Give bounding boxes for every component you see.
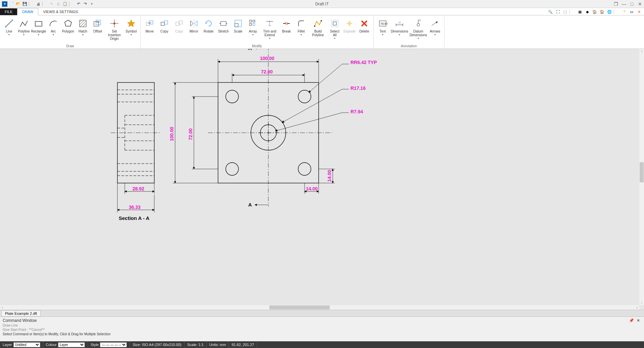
move-button[interactable]: Move xyxy=(143,17,157,35)
print-icon[interactable]: 🖨 xyxy=(36,1,41,7)
svg-point-43 xyxy=(321,20,322,21)
paste-qat-icon[interactable]: 📋 xyxy=(62,1,68,7)
copy-qat-icon[interactable]: ⎘ xyxy=(56,1,61,7)
close-panel-icon[interactable]: ✕ xyxy=(637,318,640,323)
maximize-icon[interactable]: □ xyxy=(629,1,635,7)
status-size: Size: ISO A4 (297.00x210.00) xyxy=(130,341,184,348)
scroll-right-icon[interactable]: › xyxy=(635,305,639,309)
globe-icon[interactable]: 🌐 xyxy=(606,9,612,15)
minimize-ribbon-icon[interactable]: ▭ xyxy=(629,9,635,15)
status-units: Units: mm xyxy=(207,341,229,348)
rectangle-button[interactable]: Rectangle▼ xyxy=(32,17,46,37)
document-tabs: Plate Example 2.dft xyxy=(0,310,644,316)
group-label-modify: Modify xyxy=(143,44,371,49)
offset-button[interactable]: 2mOffset xyxy=(91,17,105,35)
svg-marker-46 xyxy=(346,20,353,27)
fillet-button[interactable]: Fillet▼ xyxy=(294,17,308,37)
svg-text:14.00: 14.00 xyxy=(327,170,332,182)
set-insertion-origin-button[interactable]: Set Insertion Origin xyxy=(105,17,123,42)
home-blue-icon[interactable]: 🏠 xyxy=(599,9,605,15)
zoom-extents-icon[interactable]: ⛶ xyxy=(555,9,561,15)
tab-file[interactable]: FILE xyxy=(0,8,17,15)
line-button[interactable]: Line▼ xyxy=(2,17,16,37)
separator xyxy=(42,2,48,6)
rotate-button[interactable]: Rotate xyxy=(202,17,216,35)
svg-line-6 xyxy=(79,20,82,22)
scroll-up-icon[interactable]: ‹ xyxy=(639,49,644,54)
minimize-icon[interactable]: — xyxy=(621,1,627,7)
close-doc-icon[interactable]: ✕ xyxy=(636,9,642,15)
hscroll-thumb[interactable] xyxy=(269,305,330,309)
symbol-button[interactable]: Symbol▼ xyxy=(124,17,138,37)
vscroll-track[interactable] xyxy=(639,54,644,300)
mirror-button[interactable]: Mirror xyxy=(187,17,201,35)
redo-icon[interactable]: ↷ xyxy=(83,1,88,7)
help-icon[interactable]: ? xyxy=(621,9,627,15)
ribbon-group-draw: Line▼ Polyline▼ Rectangle▼ Arc▼ Polygon … xyxy=(0,15,141,49)
build-polyline-button[interactable]: Build Polyline xyxy=(309,17,327,38)
svg-point-91 xyxy=(226,163,238,175)
arrows-button[interactable]: Arrows▼ xyxy=(428,17,442,37)
tab-draw[interactable]: DRAW xyxy=(17,8,38,15)
pin-icon[interactable]: 📌 xyxy=(629,318,634,323)
drawing-canvas[interactable]: .solid { stroke:#000; stroke-width:1.4; … xyxy=(0,49,644,310)
polygon-button[interactable]: Polygon xyxy=(61,17,75,35)
text-button[interactable]: TEXTText▼ xyxy=(376,17,390,37)
zoom-in-icon[interactable]: 🔍 xyxy=(547,9,553,15)
vscroll-thumb[interactable] xyxy=(640,162,644,182)
svg-marker-27 xyxy=(205,23,207,24)
home-yellow-icon[interactable]: 🏠 xyxy=(592,9,598,15)
array-button[interactable]: Array▼ xyxy=(246,17,260,37)
scroll-down-icon[interactable]: › xyxy=(639,300,644,305)
datum-dimensions-button[interactable]: Datum Dimensions▼ xyxy=(409,17,427,41)
stretch-button[interactable]: Stretch xyxy=(216,17,230,35)
document-tab[interactable]: Plate Example 2.dft xyxy=(1,310,41,316)
horizontal-scrollbar[interactable]: ‹ › xyxy=(0,305,639,310)
undo-icon[interactable]: ↶ xyxy=(76,1,81,7)
scale-button[interactable]: Scale xyxy=(231,17,245,35)
more-icon[interactable]: ▾ xyxy=(89,1,95,7)
delete-button[interactable]: Delete xyxy=(357,17,371,35)
hscroll-track[interactable] xyxy=(5,305,635,309)
svg-line-128 xyxy=(282,89,342,123)
snap-icon[interactable]: ◆ xyxy=(584,9,590,15)
style-select[interactable]: — — — — — — xyxy=(100,342,127,347)
dimensions-button[interactable]: 20Dimensions▼ xyxy=(390,17,409,37)
logo-icon[interactable]: ✦ xyxy=(2,1,7,7)
save-icon[interactable]: 💾 xyxy=(22,1,28,7)
svg-marker-16 xyxy=(127,20,135,27)
restore-down-icon[interactable]: ❐ xyxy=(613,1,619,7)
status-coords: 91.62, 201.27 xyxy=(229,341,257,348)
close-window-icon[interactable]: ✕ xyxy=(637,1,643,7)
status-bar: Layer Untitled Colour Layer Style — — — … xyxy=(0,341,644,348)
scroll-left-icon[interactable]: ‹ xyxy=(0,305,5,309)
colour-select[interactable]: Layer xyxy=(58,342,85,347)
polyline-button[interactable]: Polyline▼ xyxy=(17,17,31,37)
zoom-window-icon[interactable]: ⬚ xyxy=(562,9,568,15)
new-icon[interactable]: 📄 xyxy=(9,1,14,7)
svg-line-0 xyxy=(6,20,12,27)
cmd-prompt-line[interactable]: Select Command or Item(s) to Modify, Cli… xyxy=(3,332,641,336)
svg-point-92 xyxy=(298,163,311,175)
open-icon[interactable]: 📂 xyxy=(15,1,21,7)
svg-line-125 xyxy=(309,64,342,93)
hatch-button[interactable]: Hatch▼ xyxy=(76,17,90,37)
vertical-scrollbar[interactable]: ‹ › xyxy=(639,49,644,305)
copy-button[interactable]: Copy xyxy=(157,17,171,35)
trim-extend-button[interactable]: Trim and Extend▼ xyxy=(261,17,279,41)
svg-rect-20 xyxy=(161,22,164,25)
grid-icon[interactable]: ▦ xyxy=(577,9,583,15)
svg-text:72.00: 72.00 xyxy=(261,69,273,74)
ribbon-group-annotation: TEXTText▼ 20Dimensions▼ Datum Dimensions… xyxy=(374,15,444,49)
select-all-button[interactable]: Select All▼ xyxy=(328,17,342,41)
tab-views-settings[interactable]: VIEWS & SETTINGS xyxy=(38,8,83,15)
svg-line-7 xyxy=(79,20,84,25)
layer-select[interactable]: Untitled xyxy=(13,342,40,347)
svg-rect-35 xyxy=(250,20,252,22)
arc-button[interactable]: Arc▼ xyxy=(46,17,60,37)
svg-rect-33 xyxy=(235,23,238,27)
svg-marker-4 xyxy=(65,20,71,26)
command-window-title: Command Window 📌 ✕ xyxy=(3,318,641,323)
break-button[interactable]: Break xyxy=(279,17,293,35)
cursor-icon[interactable]: ↖ xyxy=(49,1,54,7)
